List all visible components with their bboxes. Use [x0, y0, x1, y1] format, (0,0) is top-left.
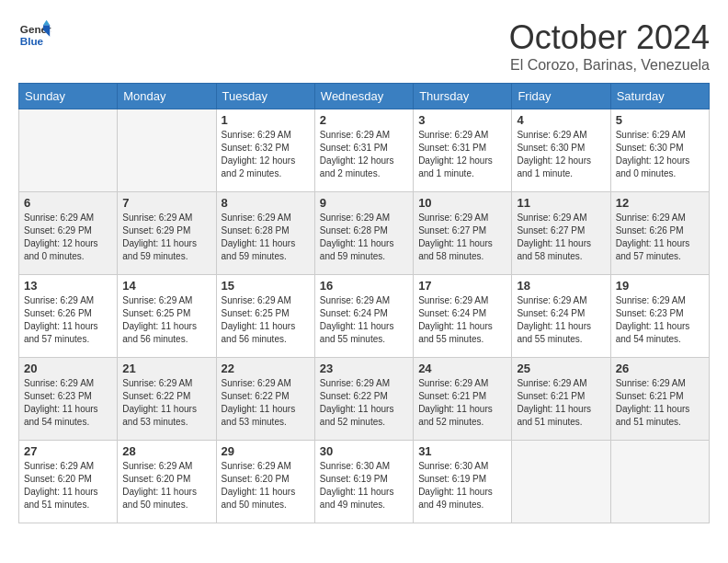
calendar-cell: 7Sunrise: 6:29 AM Sunset: 6:29 PM Daylig…	[118, 192, 216, 275]
calendar-cell: 1Sunrise: 6:29 AM Sunset: 6:32 PM Daylig…	[216, 109, 314, 192]
day-detail: Sunrise: 6:29 AM Sunset: 6:30 PM Dayligh…	[517, 129, 605, 180]
day-number: 6	[24, 196, 112, 210]
calendar-header-row: SundayMondayTuesdayWednesdayThursdayFrid…	[19, 84, 710, 109]
day-detail: Sunrise: 6:29 AM Sunset: 6:24 PM Dayligh…	[320, 294, 408, 346]
calendar-cell: 8Sunrise: 6:29 AM Sunset: 6:28 PM Daylig…	[216, 192, 314, 275]
day-number: 5	[616, 113, 704, 127]
calendar-cell: 22Sunrise: 6:29 AM Sunset: 6:22 PM Dayli…	[216, 358, 314, 441]
day-detail: Sunrise: 6:29 AM Sunset: 6:21 PM Dayligh…	[517, 377, 605, 429]
day-detail: Sunrise: 6:29 AM Sunset: 6:29 PM Dayligh…	[24, 212, 112, 263]
calendar-cell: 6Sunrise: 6:29 AM Sunset: 6:29 PM Daylig…	[19, 192, 118, 275]
day-number: 7	[122, 196, 210, 210]
day-number: 17	[418, 279, 506, 293]
day-number: 19	[616, 279, 704, 293]
day-detail: Sunrise: 6:29 AM Sunset: 6:23 PM Dayligh…	[24, 377, 112, 429]
logo-icon: General Blue	[18, 18, 51, 52]
col-header-saturday: Saturday	[610, 84, 709, 109]
day-number: 2	[320, 113, 408, 127]
day-number: 9	[320, 196, 408, 210]
day-detail: Sunrise: 6:29 AM Sunset: 6:24 PM Dayligh…	[517, 294, 605, 346]
calendar-week-row: 1Sunrise: 6:29 AM Sunset: 6:32 PM Daylig…	[19, 109, 710, 192]
day-detail: Sunrise: 6:29 AM Sunset: 6:20 PM Dayligh…	[222, 460, 310, 511]
day-number: 20	[24, 362, 112, 375]
calendar-cell: 26Sunrise: 6:29 AM Sunset: 6:21 PM Dayli…	[610, 358, 709, 441]
svg-text:Blue: Blue	[20, 35, 44, 47]
day-detail: Sunrise: 6:29 AM Sunset: 6:27 PM Dayligh…	[517, 212, 605, 263]
calendar-table: SundayMondayTuesdayWednesdayThursdayFrid…	[18, 83, 710, 523]
calendar-cell: 27Sunrise: 6:29 AM Sunset: 6:20 PM Dayli…	[19, 441, 118, 523]
calendar-cell: 30Sunrise: 6:30 AM Sunset: 6:19 PM Dayli…	[314, 441, 413, 523]
day-number: 23	[320, 362, 408, 375]
day-number: 21	[122, 362, 210, 375]
calendar-cell	[19, 109, 118, 192]
calendar-cell: 23Sunrise: 6:29 AM Sunset: 6:22 PM Dayli…	[314, 358, 413, 441]
day-detail: Sunrise: 6:29 AM Sunset: 6:28 PM Dayligh…	[222, 212, 310, 263]
col-header-tuesday: Tuesday	[216, 84, 314, 109]
day-number: 31	[418, 444, 506, 458]
day-number: 16	[320, 279, 408, 293]
calendar-week-row: 13Sunrise: 6:29 AM Sunset: 6:26 PM Dayli…	[19, 275, 710, 358]
day-number: 26	[616, 362, 704, 375]
calendar-cell: 17Sunrise: 6:29 AM Sunset: 6:24 PM Dayli…	[414, 275, 512, 358]
day-detail: Sunrise: 6:29 AM Sunset: 6:27 PM Dayligh…	[418, 212, 506, 263]
day-number: 13	[24, 279, 112, 293]
col-header-sunday: Sunday	[19, 84, 118, 109]
calendar-cell: 16Sunrise: 6:29 AM Sunset: 6:24 PM Dayli…	[314, 275, 413, 358]
calendar-cell: 10Sunrise: 6:29 AM Sunset: 6:27 PM Dayli…	[414, 192, 512, 275]
day-number: 30	[320, 444, 408, 458]
day-number: 4	[517, 113, 605, 127]
day-detail: Sunrise: 6:29 AM Sunset: 6:31 PM Dayligh…	[418, 129, 506, 180]
calendar-cell: 19Sunrise: 6:29 AM Sunset: 6:23 PM Dayli…	[610, 275, 709, 358]
day-number: 14	[122, 279, 210, 293]
day-detail: Sunrise: 6:29 AM Sunset: 6:26 PM Dayligh…	[24, 294, 112, 346]
calendar-week-row: 27Sunrise: 6:29 AM Sunset: 6:20 PM Dayli…	[19, 441, 710, 523]
col-header-friday: Friday	[512, 84, 610, 109]
calendar-cell: 4Sunrise: 6:29 AM Sunset: 6:30 PM Daylig…	[512, 109, 610, 192]
title-block: October 2024 El Corozo, Barinas, Venezue…	[509, 18, 710, 74]
calendar-cell: 3Sunrise: 6:29 AM Sunset: 6:31 PM Daylig…	[414, 109, 512, 192]
day-detail: Sunrise: 6:29 AM Sunset: 6:23 PM Dayligh…	[616, 294, 704, 346]
day-number: 28	[122, 444, 210, 458]
day-detail: Sunrise: 6:29 AM Sunset: 6:22 PM Dayligh…	[122, 377, 210, 429]
day-number: 12	[616, 196, 704, 210]
calendar-cell	[118, 109, 216, 192]
calendar-week-row: 6Sunrise: 6:29 AM Sunset: 6:29 PM Daylig…	[19, 192, 710, 275]
day-number: 29	[222, 444, 310, 458]
calendar-week-row: 20Sunrise: 6:29 AM Sunset: 6:23 PM Dayli…	[19, 358, 710, 441]
calendar-cell: 13Sunrise: 6:29 AM Sunset: 6:26 PM Dayli…	[19, 275, 118, 358]
day-detail: Sunrise: 6:29 AM Sunset: 6:28 PM Dayligh…	[320, 212, 408, 263]
calendar-cell: 28Sunrise: 6:29 AM Sunset: 6:20 PM Dayli…	[118, 441, 216, 523]
day-detail: Sunrise: 6:29 AM Sunset: 6:20 PM Dayligh…	[122, 460, 210, 511]
calendar-cell	[512, 441, 610, 523]
day-detail: Sunrise: 6:30 AM Sunset: 6:19 PM Dayligh…	[320, 460, 408, 511]
col-header-wednesday: Wednesday	[314, 84, 413, 109]
calendar-cell: 15Sunrise: 6:29 AM Sunset: 6:25 PM Dayli…	[216, 275, 314, 358]
day-detail: Sunrise: 6:30 AM Sunset: 6:19 PM Dayligh…	[418, 460, 506, 511]
calendar-cell: 20Sunrise: 6:29 AM Sunset: 6:23 PM Dayli…	[19, 358, 118, 441]
day-number: 24	[418, 362, 506, 375]
day-detail: Sunrise: 6:29 AM Sunset: 6:21 PM Dayligh…	[616, 377, 704, 429]
day-number: 10	[418, 196, 506, 210]
calendar-cell: 9Sunrise: 6:29 AM Sunset: 6:28 PM Daylig…	[314, 192, 413, 275]
calendar-cell: 18Sunrise: 6:29 AM Sunset: 6:24 PM Dayli…	[512, 275, 610, 358]
day-number: 8	[222, 196, 310, 210]
day-number: 27	[24, 444, 112, 458]
month-title: October 2024	[509, 18, 710, 57]
calendar-cell: 25Sunrise: 6:29 AM Sunset: 6:21 PM Dayli…	[512, 358, 610, 441]
day-detail: Sunrise: 6:29 AM Sunset: 6:25 PM Dayligh…	[222, 294, 310, 346]
calendar-cell: 14Sunrise: 6:29 AM Sunset: 6:25 PM Dayli…	[118, 275, 216, 358]
day-number: 18	[517, 279, 605, 293]
day-detail: Sunrise: 6:29 AM Sunset: 6:30 PM Dayligh…	[616, 129, 704, 180]
page-header: General Blue October 2024 El Corozo, Bar…	[18, 18, 710, 74]
calendar-cell: 2Sunrise: 6:29 AM Sunset: 6:31 PM Daylig…	[314, 109, 413, 192]
day-detail: Sunrise: 6:29 AM Sunset: 6:24 PM Dayligh…	[418, 294, 506, 346]
day-detail: Sunrise: 6:29 AM Sunset: 6:21 PM Dayligh…	[418, 377, 506, 429]
day-detail: Sunrise: 6:29 AM Sunset: 6:25 PM Dayligh…	[122, 294, 210, 346]
day-number: 1	[222, 113, 310, 127]
day-number: 3	[418, 113, 506, 127]
calendar-cell	[610, 441, 709, 523]
day-detail: Sunrise: 6:29 AM Sunset: 6:29 PM Dayligh…	[122, 212, 210, 263]
day-detail: Sunrise: 6:29 AM Sunset: 6:32 PM Dayligh…	[222, 129, 310, 180]
day-detail: Sunrise: 6:29 AM Sunset: 6:26 PM Dayligh…	[616, 212, 704, 263]
day-number: 11	[517, 196, 605, 210]
